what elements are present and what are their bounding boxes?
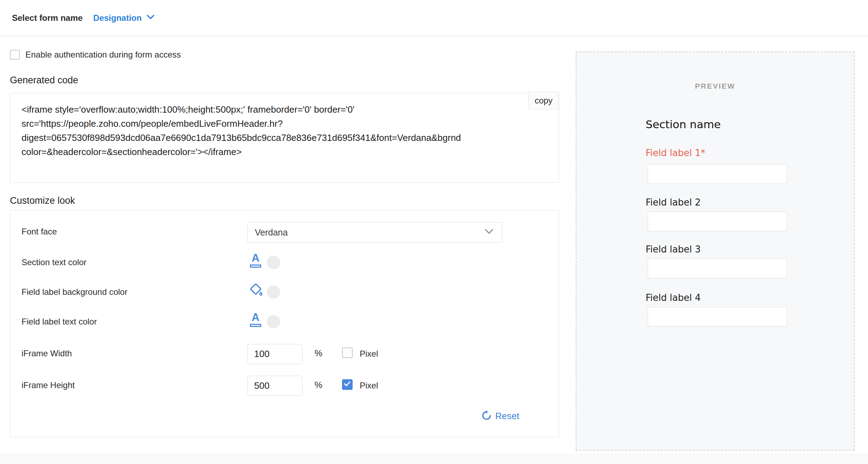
iframe-width-input[interactable] — [247, 344, 303, 364]
font-face-select[interactable]: Verdana — [247, 222, 502, 243]
iframe-height-input[interactable] — [247, 376, 303, 396]
copy-button[interactable]: copy — [528, 91, 559, 109]
preview-field-input[interactable] — [648, 164, 787, 184]
iframe-height-pixel-label: Pixel — [360, 381, 378, 391]
chevron-down-icon — [146, 14, 155, 21]
customize-look-title: Customize look — [10, 195, 75, 206]
preview-field-label: Field label 4 — [646, 292, 701, 303]
customize-panel: Font face Verdana Section text color A F… — [10, 210, 559, 437]
auth-checkbox-label: Enable authentication during form access — [25, 50, 181, 60]
font-face-label: Font face — [22, 226, 57, 237]
preview-field-label: Field label 2 — [646, 197, 701, 208]
code-line: color=&headercolor=&sectionheadercolor='… — [22, 145, 523, 159]
preview-field-input[interactable] — [648, 307, 787, 327]
iframe-width-pixel-checkbox[interactable] — [342, 347, 353, 358]
chevron-down-icon — [485, 229, 493, 236]
field-label-background-color-swatch[interactable] — [267, 285, 280, 299]
header-bar: Select form name Designation — [0, 0, 868, 36]
section-text-color-label: Section text color — [22, 257, 86, 268]
generated-code-box: copy <iframe style='overflow:auto;width:… — [10, 93, 559, 183]
iframe-width-pixel-label: Pixel — [360, 349, 378, 359]
reset-button[interactable]: Reset — [481, 410, 519, 422]
preview-section-name: Section name — [646, 118, 721, 131]
auth-row: Enable authentication during form access — [10, 50, 181, 60]
field-label-background-color-label: Field label background color — [22, 287, 127, 297]
check-icon — [344, 381, 351, 388]
field-label-text-color-swatch[interactable] — [267, 315, 280, 328]
code-line: digest=0657530f898d593dcd06aa7e6690c1da7… — [22, 131, 523, 145]
preview-field-input[interactable] — [648, 212, 787, 231]
code-line: <iframe style='overflow:auto;width:100%;… — [22, 102, 523, 117]
form-name-select-value[interactable]: Designation — [93, 13, 142, 23]
field-label-text-color-label: Field label text color — [22, 316, 97, 327]
form-name-select[interactable]: Designation — [93, 13, 155, 23]
preview-panel: PREVIEW Section name Field label 1* Fiel… — [576, 52, 855, 451]
iframe-width-unit: % — [315, 348, 322, 358]
preview-title: PREVIEW — [576, 82, 854, 90]
iframe-width-label: iFrame Width — [22, 348, 72, 359]
paint-bucket-icon[interactable] — [247, 282, 265, 301]
preview-field-input[interactable] — [648, 258, 787, 278]
text-color-icon[interactable]: A — [250, 312, 262, 327]
iframe-height-unit: % — [315, 380, 322, 390]
preview-field-label: Field label 1* — [646, 148, 705, 158]
generated-code-text: <iframe style='overflow:auto;width:100%;… — [10, 93, 559, 159]
section-text-color-swatch[interactable] — [267, 256, 280, 269]
iframe-height-label: iFrame Height — [22, 380, 75, 391]
preview-field-label: Field label 3 — [646, 244, 701, 255]
text-color-icon[interactable]: A — [250, 253, 262, 268]
embed-form-page: Select form name Designation Enable auth… — [0, 0, 868, 464]
reset-icon — [481, 410, 492, 422]
select-form-name-label: Select form name — [12, 13, 83, 23]
reset-label: Reset — [495, 411, 519, 422]
code-line: src='https://people.zoho.com/people/embe… — [22, 117, 523, 131]
generated-code-title: Generated code — [10, 75, 78, 86]
footer-strip — [0, 454, 868, 464]
auth-checkbox[interactable] — [10, 50, 20, 60]
iframe-height-pixel-checkbox[interactable] — [342, 379, 353, 390]
font-face-select-value: Verdana — [255, 227, 288, 238]
